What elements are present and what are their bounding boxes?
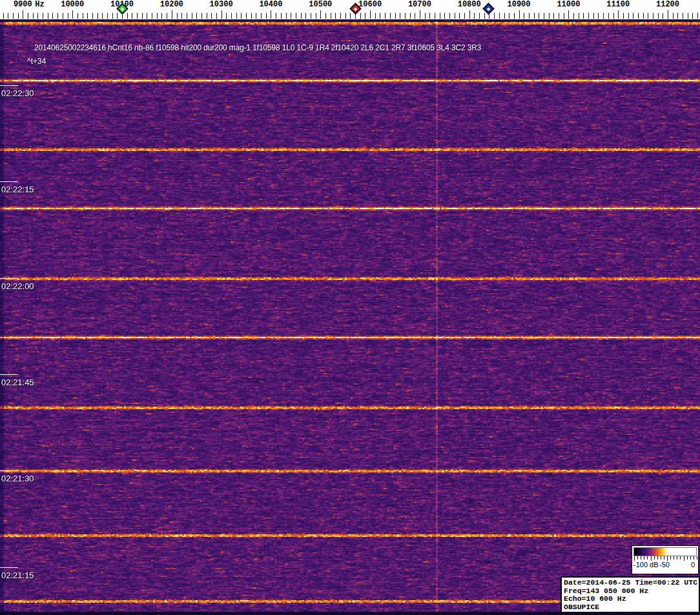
ruler-tick (241, 13, 242, 19)
ruler-tick (132, 13, 132, 19)
ruler-tick (181, 13, 182, 19)
ruler-tick (33, 13, 34, 19)
ruler-tick (72, 10, 73, 19)
ruler-tick (623, 13, 624, 19)
ruler-tick (504, 13, 505, 19)
ruler-label: 11000 (557, 0, 580, 9)
ruler-tick (142, 13, 143, 19)
ruler-tick (692, 13, 693, 19)
ruler-tick (380, 13, 380, 19)
ruler-tick (544, 13, 544, 19)
ruler-label: 10400 (259, 0, 282, 9)
ruler-tick (251, 13, 252, 19)
ruler-label: 10200 (160, 0, 183, 9)
info-station-line: OBSUPICE (564, 603, 697, 612)
ruler-tick (196, 13, 197, 19)
ruler-tick (568, 10, 569, 19)
time-label: 02:22:00 (1, 281, 34, 291)
detection-annotation: 20140625002234616 hCnt16 nb-86 f10598 hi… (34, 43, 481, 52)
ruler-tick (360, 13, 361, 19)
ruler-tick (201, 13, 202, 19)
frequency-ruler[interactable]: 9900100001010010200103001040010500106001… (0, 0, 700, 19)
ruler-tick (192, 13, 192, 19)
ruler-tick (415, 13, 415, 19)
ruler-tick (87, 13, 88, 19)
ruler-tick (405, 13, 406, 19)
ruler-tick (603, 13, 604, 19)
ruler-tick (573, 13, 574, 19)
time-label: 02:22:15 (1, 185, 34, 194)
ruler-tick (638, 13, 639, 19)
time-tick (0, 181, 18, 182)
db-scale-labels: -100 dB -50 0 (633, 561, 697, 570)
ruler-tick (435, 13, 435, 19)
ruler-tick (444, 13, 445, 19)
ruler-tick (553, 13, 554, 19)
ruler-tick (325, 13, 326, 19)
ruler-tick (588, 13, 589, 19)
ruler-tick (167, 13, 167, 19)
ruler-tick (246, 13, 247, 19)
ruler-tick (311, 13, 311, 19)
marker-center-dot (487, 7, 491, 11)
ruler-tick (216, 13, 217, 19)
ruler-tick (509, 13, 510, 19)
ruler-tick (683, 13, 683, 19)
ruler-tick (286, 13, 287, 19)
ruler-tick (187, 13, 187, 19)
ruler-tick (266, 13, 267, 19)
ruler-tick (673, 13, 674, 19)
ruler-tick (697, 13, 698, 19)
spectrogram-canvas[interactable] (0, 19, 700, 615)
ruler-tick (559, 13, 559, 19)
ruler-tick (420, 10, 420, 19)
ruler-tick (370, 10, 371, 19)
ruler-tick (688, 13, 688, 19)
ruler-tick (77, 13, 78, 19)
ruler-tick (57, 13, 58, 19)
ruler-tick (107, 13, 108, 19)
ruler-tick (350, 13, 351, 19)
ruler-tick (449, 13, 450, 19)
marker-center-dot (120, 7, 124, 11)
ruler-tick (23, 10, 23, 19)
ruler-tick (37, 13, 38, 19)
spectrogram-window: 9900100001010010200103001040010500106001… (0, 0, 700, 615)
ruler-tick (425, 13, 426, 19)
time-tick (0, 278, 18, 279)
station-info-box: Date=2014-06-25 Time=00:22 UTC Freq=143 … (561, 576, 700, 613)
ruler-tick (161, 13, 162, 19)
info-echo-line: Echo=10 600 Hz (564, 595, 697, 603)
ruler-tick (539, 13, 539, 19)
ruler-tick (92, 13, 93, 19)
ruler-tick (385, 13, 386, 19)
ruler-tick (8, 13, 8, 19)
ruler-tick (211, 13, 212, 19)
ruler-tick (316, 13, 316, 19)
ruler-tick (28, 13, 28, 19)
ruler-tick (464, 13, 465, 19)
ruler-tick (410, 13, 411, 19)
ruler-tick (529, 13, 530, 19)
ruler-tick (102, 13, 103, 19)
ruler-tick (514, 13, 515, 19)
ruler-tick (63, 13, 63, 19)
ruler-tick (305, 13, 306, 19)
ruler-tick (469, 10, 470, 19)
ruler-tick (112, 13, 113, 19)
ruler-label: 10700 (408, 0, 431, 9)
db-color-scale: -100 dB -50 0 (632, 545, 699, 574)
ruler-tick (291, 13, 291, 19)
time-label: 02:21:45 (1, 378, 34, 387)
ruler-tick (618, 10, 619, 19)
ruler-tick (429, 13, 430, 19)
time-tick (0, 470, 18, 471)
ruler-tick (395, 13, 396, 19)
db-label-max: 0 (691, 561, 695, 569)
ruler-tick (583, 13, 584, 19)
ruler-tick (593, 13, 594, 19)
ruler-tick (579, 13, 579, 19)
ruler-tick (479, 13, 480, 19)
ruler-tick (494, 13, 495, 19)
ruler-tick (256, 13, 256, 19)
